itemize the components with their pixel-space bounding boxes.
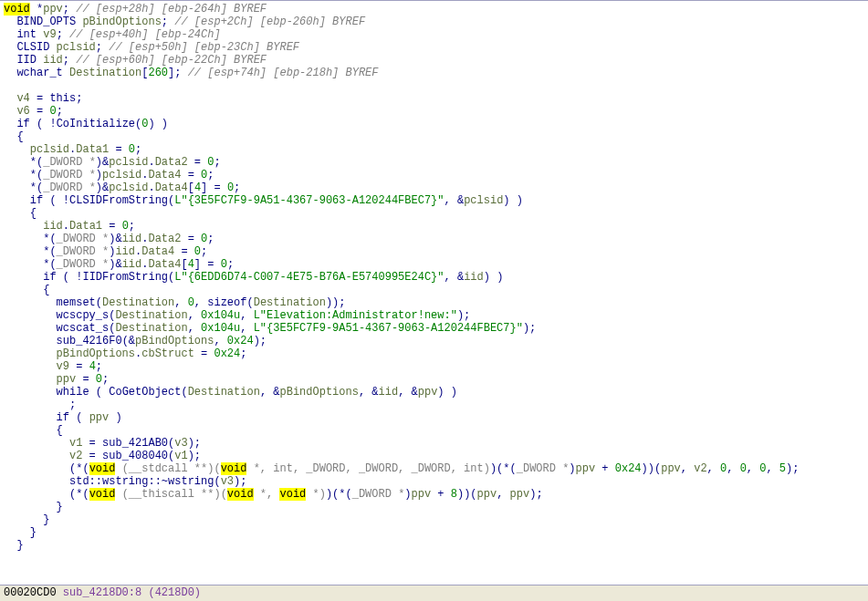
code-line[interactable]: { — [4, 207, 868, 220]
status-symbol: sub_4218D0:8 (4218D0) — [63, 586, 201, 599]
code-line[interactable]: BIND_OPTS pBindOptions; // [esp+2Ch] [eb… — [4, 16, 868, 28]
code-line[interactable]: *(_DWORD *)pclsid.Data4 = 0; — [4, 169, 868, 181]
code-line[interactable]: ; — [4, 399, 868, 411]
code-line[interactable]: wcscpy_s(Destination, 0x104u, L"Elevatio… — [4, 309, 868, 322]
code-line[interactable]: iid.Data1 = 0; — [4, 220, 868, 233]
pseudocode-pane[interactable]: void *ppv; // [esp+28h] [ebp-264h] BYREF… — [0, 1, 868, 585]
code-line[interactable]: sub_4216F0(&pBindOptions, 0x24); — [4, 335, 868, 347]
code-line[interactable]: pBindOptions.cbStruct = 0x24; — [4, 347, 868, 360]
code-line[interactable]: v1 = sub_421AB0(v3); — [4, 437, 868, 450]
code-line[interactable]: v4 = this; — [4, 92, 868, 105]
code-line[interactable]: (*(void (__stdcall **)(void *, int, _DWO… — [4, 462, 868, 475]
code-line[interactable]: *(_DWORD *)&iid.Data2 = 0; — [4, 233, 868, 245]
code-line[interactable]: wchar_t Destination[260]; // [esp+74h] [… — [4, 67, 868, 79]
code-line[interactable]: if ( !CoInitialize(0) ) — [4, 118, 868, 130]
code-line[interactable]: int v9; // [esp+40h] [ebp-24Ch] — [4, 28, 868, 41]
code-line[interactable]: { — [4, 284, 868, 296]
code-line[interactable]: { — [4, 130, 868, 143]
highlight-token: void — [89, 462, 116, 475]
code-line[interactable]: while ( CoGetObject(Destination, &pBindO… — [4, 386, 868, 399]
code-line[interactable]: } — [4, 501, 868, 513]
status-bar: 00020CD0 sub_4218D0:8 (4218D0) — [0, 585, 868, 601]
code-line[interactable]: pclsid.Data1 = 0; — [4, 143, 868, 156]
code-line[interactable] — [4, 79, 868, 92]
code-line[interactable]: *(_DWORD *)&pclsid.Data2 = 0; — [4, 156, 868, 169]
highlight-token: void — [221, 462, 247, 475]
highlight-token: void — [279, 488, 306, 501]
code-line[interactable]: *(_DWORD *)&iid.Data4[4] = 0; — [4, 258, 868, 271]
code-line[interactable]: } — [4, 513, 868, 526]
code-line[interactable]: v9 = 4; — [4, 360, 868, 373]
code-line[interactable]: (*(void (__thiscall **)(void *, void *))… — [4, 488, 868, 501]
code-line[interactable]: std::wstring::~wstring(v3); — [4, 475, 868, 488]
code-line[interactable]: ppv = 0; — [4, 373, 868, 386]
code-line[interactable]: if ( !CLSIDFromString(L"{3E5FC7F9-9A51-4… — [4, 194, 868, 207]
status-offset: 00020CD0 — [4, 586, 57, 599]
code-line[interactable]: CLSID pclsid; // [esp+50h] [ebp-23Ch] BY… — [4, 41, 868, 54]
code-line[interactable]: } — [4, 539, 868, 552]
code-line[interactable]: wcscat_s(Destination, 0x104u, L"{3E5FC7F… — [4, 322, 868, 335]
code-line[interactable]: if ( !IIDFromString(L"{6EDD6D74-C007-4E7… — [4, 271, 868, 284]
highlight-token: void — [227, 488, 254, 501]
code-line[interactable]: v6 = 0; — [4, 105, 868, 118]
highlight-token: void — [4, 3, 30, 16]
code-line[interactable]: } — [4, 526, 868, 539]
code-line[interactable]: *(_DWORD *)&pclsid.Data4[4] = 0; — [4, 181, 868, 194]
code-line[interactable]: void *ppv; // [esp+28h] [ebp-264h] BYREF — [4, 3, 868, 16]
code-line[interactable]: v2 = sub_408040(v1); — [4, 450, 868, 462]
disassembler-view: void *ppv; // [esp+28h] [ebp-264h] BYREF… — [0, 0, 868, 601]
code-line[interactable]: if ( ppv ) — [4, 411, 868, 424]
code-line[interactable]: IID iid; // [esp+60h] [ebp-22Ch] BYREF — [4, 54, 868, 67]
code-line[interactable]: memset(Destination, 0, sizeof(Destinatio… — [4, 296, 868, 309]
code-line[interactable]: { — [4, 424, 868, 437]
highlight-token: void — [89, 488, 116, 501]
code-line[interactable]: *(_DWORD *)iid.Data4 = 0; — [4, 245, 868, 258]
